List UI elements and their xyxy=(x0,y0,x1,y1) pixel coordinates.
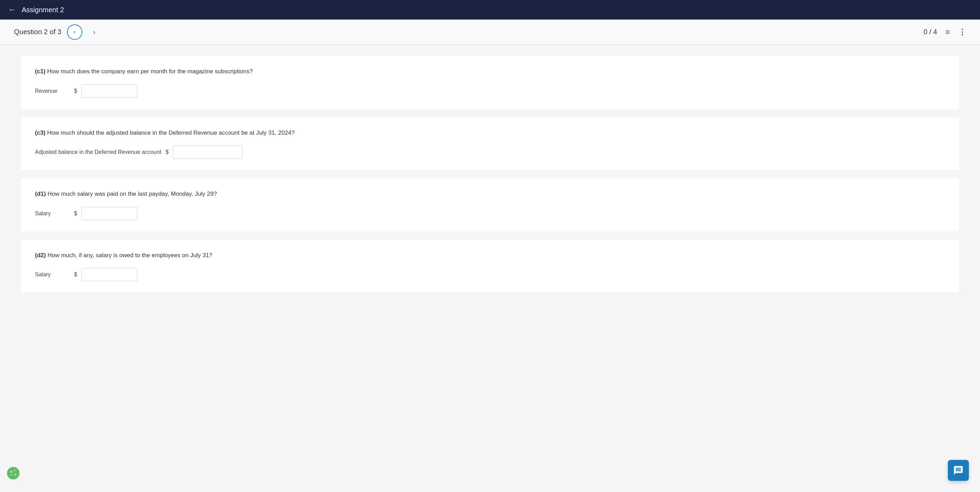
svg-point-1 xyxy=(10,471,12,473)
header-right-controls: 0 / 4 ≡ ⋮ xyxy=(923,28,966,37)
input-row-d1: Salary $ xyxy=(35,207,945,220)
assignment-title: Assignment 2 xyxy=(22,6,64,14)
input-label-d1: Salary xyxy=(35,210,70,217)
cookie-badge[interactable] xyxy=(6,465,21,481)
dollar-sign-c1: $ xyxy=(74,88,77,94)
salary-d1-input[interactable] xyxy=(81,207,137,220)
more-options-icon[interactable]: ⋮ xyxy=(958,28,966,37)
svg-point-0 xyxy=(7,467,19,479)
question-body-d1: How much salary was paid on the last pay… xyxy=(46,190,217,197)
top-navigation: ← Assignment 2 xyxy=(0,0,980,19)
sub-header: Question 2 of 3 ‹ › 0 / 4 ≡ ⋮ xyxy=(0,19,980,44)
prev-question-button[interactable]: ‹ xyxy=(67,24,83,40)
salary-d2-input[interactable] xyxy=(81,268,137,281)
question-text-c1: (c1) How much does the company earn per … xyxy=(35,67,945,76)
chat-button[interactable] xyxy=(948,460,969,481)
svg-point-3 xyxy=(15,474,16,476)
back-button[interactable]: ← xyxy=(8,5,16,14)
cookie-icon xyxy=(6,466,20,480)
dollar-sign-d2: $ xyxy=(74,271,77,278)
revenue-input[interactable] xyxy=(81,84,137,98)
question-text-d1: (d1) How much salary was paid on the las… xyxy=(35,189,945,198)
question-body-d2: How much, if any, salary is owed to the … xyxy=(46,252,212,259)
question-navigation: Question 2 of 3 ‹ › xyxy=(14,24,100,40)
question-counter: Question 2 of 3 xyxy=(14,28,62,36)
question-block-d2: (d2) How much, if any, salary is owed to… xyxy=(21,240,959,293)
svg-point-2 xyxy=(14,470,15,471)
input-label-c3: Adjusted balance in the Deferred Revenue… xyxy=(35,149,161,155)
question-prefix-d2: (d2) xyxy=(35,252,46,259)
input-row-c1: Revenue $ xyxy=(35,84,945,98)
question-body-c3: How much should the adjusted balance in … xyxy=(45,129,295,136)
main-content: (c1) How much does the company earn per … xyxy=(0,44,980,492)
question-prefix-d1: (d1) xyxy=(35,190,46,197)
chat-icon xyxy=(953,465,964,476)
next-question-button[interactable]: › xyxy=(88,26,100,38)
question-text-c3: (c3) How much should the adjusted balanc… xyxy=(35,129,945,138)
input-label-d2: Salary xyxy=(35,271,70,278)
question-prefix-c3: (c3) xyxy=(35,129,45,136)
question-block-c1: (c1) How much does the company earn per … xyxy=(21,56,959,109)
question-block-d1: (d1) How much salary was paid on the las… xyxy=(21,178,959,231)
question-block-c3: (c3) How much should the adjusted balanc… xyxy=(21,117,959,170)
svg-point-4 xyxy=(11,475,12,476)
dollar-sign-d1: $ xyxy=(74,210,77,217)
input-label-c1: Revenue xyxy=(35,88,70,94)
score-display: 0 / 4 xyxy=(923,28,937,36)
input-row-c3: Adjusted balance in the Deferred Revenue… xyxy=(35,146,945,159)
question-prefix-c1: (c1) xyxy=(35,68,45,75)
list-icon[interactable]: ≡ xyxy=(945,28,950,37)
deferred-revenue-input[interactable] xyxy=(173,146,243,159)
question-text-d2: (d2) How much, if any, salary is owed to… xyxy=(35,251,945,260)
input-row-d2: Salary $ xyxy=(35,268,945,281)
dollar-sign-c3: $ xyxy=(165,149,169,155)
question-body-c1: How much does the company earn per month… xyxy=(45,68,253,75)
